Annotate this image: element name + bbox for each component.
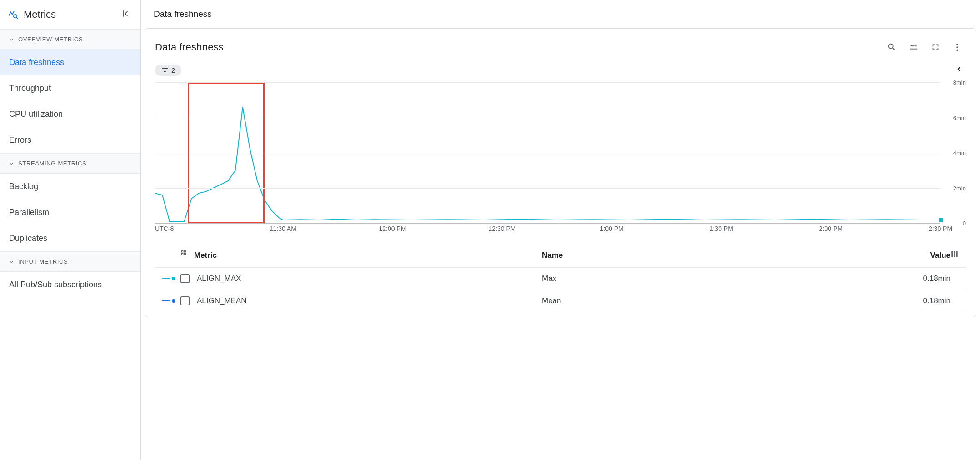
- svg-rect-8: [951, 251, 953, 257]
- value-cell: 0.18min: [887, 296, 950, 305]
- sidebar-header: Metrics: [0, 0, 140, 29]
- table-row: ALIGN_MEANMean0.18min: [155, 290, 966, 312]
- chart-area[interactable]: UTC-811:30 AM12:00 PM12:30 PM1:00 PM1:30…: [155, 82, 966, 236]
- series-marker: [157, 277, 180, 280]
- chevron-down-icon: [8, 36, 15, 43]
- card-header: Data freshness: [155, 39, 966, 56]
- sidebar-item[interactable]: Backlog: [0, 174, 140, 200]
- section-header[interactable]: OVERVIEW METRICS: [0, 29, 140, 50]
- card-title: Data freshness: [155, 41, 224, 53]
- value-cell: 0.18min: [887, 274, 950, 283]
- metric-cell: ALIGN_MAX: [197, 274, 542, 283]
- name-cell: Mean: [542, 296, 887, 305]
- x-tick: 11:30 AM: [270, 225, 296, 232]
- col-value: Value: [887, 251, 950, 260]
- col-name: Name: [542, 251, 887, 260]
- y-tick: 6min: [953, 114, 966, 121]
- collapse-sidebar-button[interactable]: [120, 7, 132, 22]
- x-axis: UTC-811:30 AM12:00 PM12:30 PM1:00 PM1:30…: [155, 225, 940, 236]
- y-tick: 0: [963, 220, 966, 227]
- x-tick: 1:00 PM: [600, 225, 624, 232]
- legend-toggle-button[interactable]: [905, 39, 922, 56]
- collapse-legend-button[interactable]: [952, 62, 966, 78]
- x-tick: 12:00 PM: [379, 225, 406, 232]
- sidebar-item[interactable]: Duplicates: [0, 225, 140, 251]
- table-row: ALIGN_MAXMax0.18min: [155, 268, 966, 290]
- x-tick: 12:30 PM: [489, 225, 516, 232]
- series-checkbox[interactable]: [180, 296, 190, 305]
- timezone-label: UTC-8: [155, 225, 174, 232]
- svg-point-1: [956, 44, 958, 45]
- sidebar-item[interactable]: Data freshness: [0, 50, 140, 75]
- filter-row: 2: [155, 62, 966, 78]
- sidebar: Metrics OVERVIEW METRICSData freshnessTh…: [0, 0, 141, 460]
- metrics-icon: [8, 10, 18, 20]
- section-header[interactable]: INPUT METRICS: [0, 251, 140, 272]
- name-cell: Max: [542, 274, 887, 283]
- chevron-down-icon: [8, 160, 15, 167]
- y-tick: 8min: [953, 79, 966, 86]
- page-title: Data freshness: [141, 0, 980, 28]
- x-tick: 2:00 PM: [819, 225, 843, 232]
- fullscreen-button[interactable]: [927, 39, 944, 56]
- table-header-row: Metric Name Value: [155, 243, 966, 268]
- svg-rect-7: [184, 253, 185, 255]
- metric-cell: ALIGN_MEAN: [197, 296, 542, 305]
- sidebar-item[interactable]: Throughput: [0, 75, 140, 101]
- svg-rect-6: [182, 253, 183, 255]
- sidebar-item[interactable]: All Pub/Sub subscriptions: [0, 272, 140, 298]
- sidebar-title: Metrics: [24, 9, 114, 20]
- more-options-button[interactable]: [949, 39, 966, 56]
- col-metric: Metric: [194, 251, 217, 260]
- series-checkbox[interactable]: [180, 274, 190, 283]
- filter-count: 2: [171, 66, 175, 74]
- x-tick: 2:30 PM: [929, 225, 952, 232]
- filter-chip[interactable]: 2: [155, 65, 181, 76]
- filter-icon: [161, 66, 169, 74]
- sidebar-item[interactable]: Parallelism: [0, 200, 140, 225]
- columns-icon[interactable]: [950, 250, 964, 260]
- chevron-down-icon: [8, 259, 15, 265]
- section-header[interactable]: STREAMING METRICS: [0, 153, 140, 174]
- chart-card: Data freshness 2: [145, 28, 976, 317]
- sidebar-item[interactable]: CPU utilization: [0, 101, 140, 127]
- svg-point-3: [956, 50, 958, 51]
- svg-point-2: [956, 46, 958, 48]
- series-end-marker: [939, 218, 943, 222]
- svg-rect-9: [954, 251, 955, 257]
- reset-zoom-button[interactable]: [883, 39, 900, 56]
- y-tick: 2min: [953, 185, 966, 191]
- y-tick: 4min: [953, 150, 966, 156]
- sidebar-item[interactable]: Errors: [0, 127, 140, 153]
- main-content: Data freshness Data freshness: [141, 0, 980, 460]
- series-marker: [157, 299, 180, 303]
- svg-rect-4: [182, 251, 183, 252]
- svg-rect-10: [956, 251, 958, 257]
- legend-table: Metric Name Value ALIGN_MAXMax0.18minALI…: [155, 243, 966, 312]
- x-tick: 1:30 PM: [710, 225, 733, 232]
